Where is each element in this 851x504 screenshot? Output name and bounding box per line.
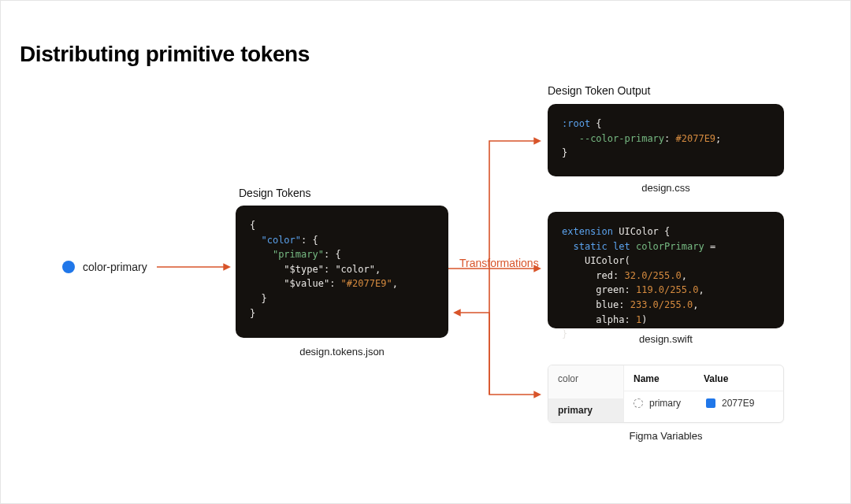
input-token-label: color-primary — [83, 261, 147, 273]
figma-caption: Figma Variables — [548, 430, 784, 442]
transformations-label: Transformations — [459, 257, 539, 269]
input-token: color-primary — [62, 261, 147, 273]
arrow-figma-to-json — [455, 313, 489, 395]
variable-icon — [634, 398, 643, 408]
figma-sidebar: color primary — [548, 365, 624, 422]
output-label: Design Token Output — [548, 84, 651, 97]
figma-row-value: 2077E9 — [722, 398, 754, 409]
swift-filename: design.swift — [548, 333, 784, 345]
design-tokens-json-code: { "color": { "primary": { "$type": "colo… — [236, 206, 448, 338]
arrow-json-to-css — [489, 141, 540, 269]
page-title: Distributing primitive tokens — [20, 42, 310, 67]
arrow-json-to-figma — [489, 269, 540, 395]
design-tokens-filename: design.tokens.json — [236, 346, 448, 358]
figma-table-header: Name Value — [624, 365, 783, 391]
figma-table-row: primary 2077E9 — [624, 391, 783, 415]
figma-row-name: primary — [649, 398, 681, 409]
css-filename: design.css — [548, 182, 784, 194]
figma-col-name: Name — [634, 373, 704, 384]
figma-selected-item: primary — [548, 398, 623, 422]
swift-output-code: extension UIColor { static let colorPrim… — [548, 212, 784, 328]
css-output-code: :root { --color-primary: #2077E9; } — [548, 104, 784, 176]
color-swatch-icon — [62, 261, 75, 273]
figma-variables-panel: color primary Name Value primary 2077E9 — [548, 365, 784, 423]
design-tokens-label: Design Tokens — [239, 187, 311, 199]
figma-col-value: Value — [704, 373, 774, 384]
color-chip-icon — [706, 398, 715, 408]
figma-group-label: color — [548, 365, 623, 398]
